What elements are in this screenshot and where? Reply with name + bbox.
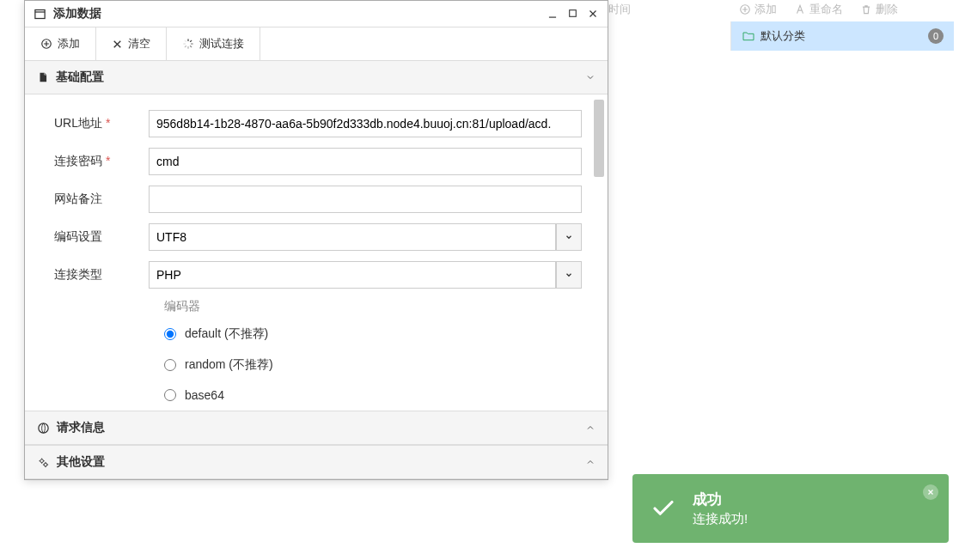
trash-icon <box>860 3 872 15</box>
plus-circle-icon <box>739 3 751 15</box>
svg-rect-1 <box>35 9 45 18</box>
dialog-titlebar[interactable]: 添加数据 <box>25 1 608 27</box>
x-icon <box>112 39 123 50</box>
toolbar-clear-button[interactable]: 清空 <box>96 27 167 60</box>
toast-close-button[interactable] <box>923 484 938 500</box>
close-button[interactable] <box>587 8 599 20</box>
type-select[interactable] <box>149 261 556 289</box>
toast-title: 成功 <box>693 490 748 509</box>
folder-icon <box>742 29 755 43</box>
encoding-label: 编码设置 <box>54 229 149 245</box>
gears-icon <box>37 456 50 469</box>
section-basic-body: URL地址* 连接密码* 网站备注 编码设置 <box>25 94 608 411</box>
spinner-icon <box>182 38 194 50</box>
toast-message: 连接成功! <box>693 511 748 527</box>
encoder-title: 编码器 <box>164 299 582 314</box>
scrollbar-thumb[interactable] <box>594 100 604 177</box>
success-toast: 成功 连接成功! <box>632 474 949 543</box>
remark-input[interactable] <box>149 186 582 213</box>
toolbar-test-button[interactable]: 测试连接 <box>167 27 260 60</box>
svg-point-4 <box>39 423 48 432</box>
chevron-up-icon <box>585 457 596 467</box>
password-label: 连接密码* <box>54 154 149 169</box>
chevron-up-icon <box>585 423 596 433</box>
encoding-dropdown-button[interactable] <box>556 223 582 251</box>
url-label: URL地址* <box>54 116 149 131</box>
password-input[interactable] <box>149 148 582 175</box>
plus-circle-icon <box>40 38 52 50</box>
add-data-dialog: 添加数据 添加 清空 <box>24 0 608 480</box>
section-other-header[interactable]: 其他设置 <box>25 445 608 479</box>
encoder-option-default[interactable]: default (不推荐) <box>164 326 582 342</box>
check-icon <box>650 495 677 522</box>
file-icon <box>37 71 49 83</box>
section-request-header[interactable]: 请求信息 <box>25 411 608 445</box>
chevron-down-icon <box>565 271 573 279</box>
dialog-title: 添加数据 <box>53 6 101 21</box>
remark-label: 网站备注 <box>54 192 149 207</box>
font-icon <box>794 3 806 15</box>
svg-rect-2 <box>570 10 577 17</box>
sidebar-item-label: 默认分类 <box>760 28 805 44</box>
encoding-select[interactable] <box>149 223 556 251</box>
dialog-toolbar: 添加 清空 测试连接 <box>25 27 608 61</box>
svg-point-6 <box>44 463 47 466</box>
window-icon <box>34 8 46 21</box>
count-badge: 0 <box>928 28 944 44</box>
chevron-down-icon <box>585 72 596 82</box>
svg-point-5 <box>40 459 44 462</box>
toolbar-add-button[interactable]: 添加 <box>25 27 96 60</box>
radio-base64[interactable] <box>164 389 176 401</box>
section-basic-header[interactable]: 基础配置 <box>25 61 608 94</box>
bg-column-time: 时间 <box>608 2 631 17</box>
browser-icon <box>37 422 50 435</box>
radio-default[interactable] <box>164 328 176 340</box>
bg-delete: 删除 <box>860 2 898 17</box>
radio-random[interactable] <box>164 359 176 371</box>
type-label: 连接类型 <box>54 267 149 283</box>
bg-rename: 重命名 <box>794 2 843 17</box>
sidebar-item-default[interactable]: 默认分类 0 <box>731 21 954 51</box>
url-input[interactable] <box>149 110 582 137</box>
close-icon <box>926 488 935 496</box>
encoder-option-random[interactable]: random (不推荐) <box>164 357 582 373</box>
type-dropdown-button[interactable] <box>556 261 582 289</box>
encoder-option-base64[interactable]: base64 <box>164 388 582 402</box>
chevron-down-icon <box>565 233 573 241</box>
bg-add: 添加 <box>739 2 777 17</box>
maximize-button[interactable] <box>567 8 578 20</box>
category-sidebar: 默认分类 0 <box>730 21 954 51</box>
minimize-button[interactable] <box>547 8 559 20</box>
